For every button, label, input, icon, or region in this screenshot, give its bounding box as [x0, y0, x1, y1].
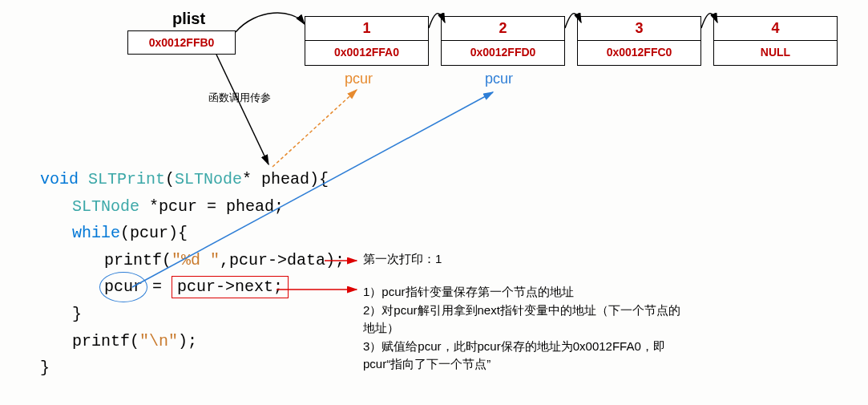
node-3: 3 0x0012FFC0 — [577, 16, 701, 66]
arrow-plist-to-node1 — [236, 13, 305, 32]
node-4-next: NULL — [714, 41, 837, 65]
printf-fmt-2: "\n" — [139, 332, 178, 350]
explanation-text: 1）pcur指针变量保存第一个节点的地址 2）对pcur解引用拿到next指针变… — [363, 283, 684, 374]
explain-line-1: 1）pcur指针变量保存第一个节点的地址 — [363, 283, 684, 302]
pcur-lhs: pcur — [104, 277, 143, 296]
node-4-value: 4 — [714, 17, 837, 41]
code-line-4: printf("%d ",pcur->data); — [40, 247, 361, 274]
code-line-8: } — [40, 354, 361, 382]
node-2-next: 0x0012FFD0 — [442, 41, 564, 65]
while-condition: (pcur){ — [120, 224, 188, 242]
code-block: void SLTPrint(SLTNode* phead){ SLTNode *… — [40, 166, 361, 382]
explain-line-3: 3）赋值给pcur，此时pcur保存的地址为0x0012FFA0，即pcur“指… — [363, 338, 684, 374]
plist-box: 0x0012FFB0 — [127, 30, 236, 55]
plist-label: plist — [172, 10, 205, 28]
code-line-5: pcur = pcur->next; — [40, 273, 361, 301]
printf-call-2-pre: printf( — [72, 332, 139, 350]
type-sltnode-1: SLTNode — [175, 170, 242, 188]
code-line-1: void SLTPrint(SLTNode* phead){ — [40, 166, 361, 193]
code-line-2: SLTNode *pcur = phead; — [40, 193, 361, 221]
keyword-while: while — [72, 224, 120, 242]
explain-line-2: 2）对pcur解引用拿到next指针变量中的地址（下一个节点的地址） — [363, 302, 684, 338]
printf-call-1-post: ,pcur->data); — [220, 251, 345, 269]
pcur-label-blue: pcur — [485, 71, 513, 87]
arrow-call-param — [216, 55, 268, 164]
node-2: 2 0x0012FFD0 — [441, 16, 565, 66]
node-1-next: 0x0012FFA0 — [305, 41, 428, 65]
pcur-label-orange: pcur — [345, 71, 373, 87]
arrow-phead-to-pcur-orange — [273, 90, 357, 167]
pcur-next-box: pcur->next; — [172, 276, 289, 298]
first-print-note: 第一次打印：1 — [363, 252, 442, 267]
pcur-assign-phead: *pcur = phead; — [139, 197, 284, 216]
node-2-value: 2 — [442, 17, 564, 41]
call-param-label: 函数调用传参 — [208, 91, 271, 105]
node-3-next: 0x0012FFC0 — [578, 41, 700, 65]
node-4: 4 NULL — [713, 16, 838, 66]
printf-call-1-pre: printf( — [104, 251, 172, 269]
code-line-7: printf("\n"); — [40, 328, 361, 355]
code-line-3: while(pcur){ — [40, 220, 361, 247]
function-name: SLTPrint — [88, 170, 165, 188]
node-3-value: 3 — [578, 17, 700, 41]
keyword-void: void — [40, 170, 79, 188]
code-line-6: } — [40, 301, 361, 328]
printf-call-2-post: ); — [178, 332, 197, 350]
param-phead: * phead){ — [242, 170, 329, 188]
printf-fmt-1: "%d " — [172, 251, 220, 269]
equals: = — [143, 277, 172, 296]
node-1-value: 1 — [305, 17, 428, 41]
pcur-lhs-ellipse: pcur — [104, 273, 143, 301]
node-1: 1 0x0012FFA0 — [305, 16, 429, 66]
type-sltnode-2: SLTNode — [72, 197, 139, 216]
